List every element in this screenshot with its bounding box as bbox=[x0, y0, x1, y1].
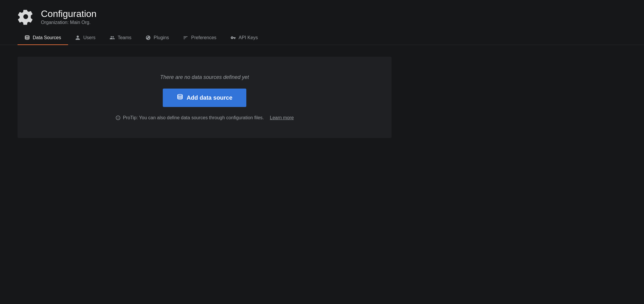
database-icon bbox=[25, 35, 30, 40]
team-icon bbox=[110, 35, 115, 40]
add-data-source-button[interactable]: Add data source bbox=[163, 89, 247, 107]
api-key-icon bbox=[231, 35, 236, 40]
learn-more-link[interactable]: Learn more bbox=[270, 115, 294, 120]
empty-state-message: There are no data sources defined yet bbox=[160, 74, 249, 80]
preferences-icon bbox=[183, 35, 188, 40]
tab-preferences-label: Preferences bbox=[191, 35, 216, 40]
protip-icon bbox=[115, 115, 121, 120]
protip-message: ProTip: You can also define data sources… bbox=[123, 115, 264, 120]
add-datasource-icon bbox=[177, 94, 183, 102]
tab-api-keys-label: API Keys bbox=[239, 35, 258, 40]
tab-teams[interactable]: Teams bbox=[103, 31, 139, 45]
tab-plugins-label: Plugins bbox=[154, 35, 169, 40]
main-content: There are no data sources defined yet Ad… bbox=[0, 45, 644, 150]
protip-text: ProTip: You can also define data sources… bbox=[115, 115, 294, 120]
add-data-source-label: Add data source bbox=[187, 94, 233, 101]
tab-plugins[interactable]: Plugins bbox=[139, 31, 176, 45]
tab-users-label: Users bbox=[83, 35, 96, 40]
tab-teams-label: Teams bbox=[118, 35, 131, 40]
svg-point-0 bbox=[25, 36, 29, 37]
svg-point-1 bbox=[177, 94, 182, 96]
tab-api-keys[interactable]: API Keys bbox=[224, 31, 265, 45]
gear-icon bbox=[18, 8, 34, 25]
tab-preferences[interactable]: Preferences bbox=[176, 31, 223, 45]
page-header: Configuration Organization: Main Org. bbox=[0, 0, 644, 31]
tab-data-sources-label: Data Sources bbox=[33, 35, 61, 40]
header-text-group: Configuration Organization: Main Org. bbox=[41, 8, 96, 25]
page-subtitle: Organization: Main Org. bbox=[41, 20, 96, 25]
nav-bar: Data Sources Users Teams Plugins bbox=[0, 31, 644, 45]
user-icon bbox=[75, 35, 80, 40]
plugin-icon bbox=[146, 35, 151, 40]
tab-users[interactable]: Users bbox=[68, 31, 103, 45]
page-title: Configuration bbox=[41, 8, 96, 19]
empty-state-card: There are no data sources defined yet Ad… bbox=[18, 57, 392, 138]
tab-data-sources[interactable]: Data Sources bbox=[18, 31, 68, 45]
